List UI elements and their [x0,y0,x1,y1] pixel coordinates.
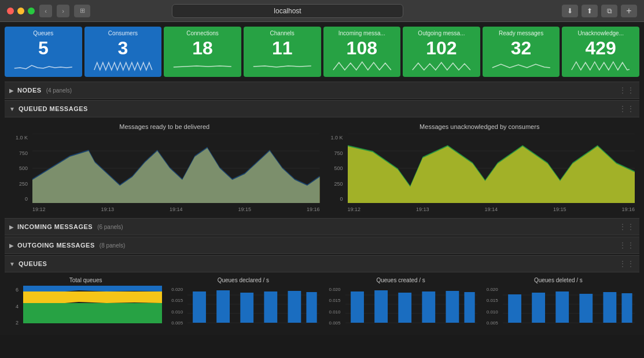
qdel-y020: 0.020 [487,287,498,292]
svg-marker-15 [23,291,162,304]
ready-y-label-250: 250 [19,181,28,187]
queued-messages-drag-handle: ⋮⋮ [619,104,635,113]
ready-y-label-0: 0 [25,196,28,202]
nodes-chevron-icon: ▶ [9,87,14,94]
unack-chart-svg [348,134,635,203]
svg-rect-41 [508,294,521,323]
qdel-y005: 0.005 [487,320,498,326]
channels-card[interactable]: Channels 11 [244,27,321,77]
connections-card[interactable]: Connections 18 [164,27,241,77]
outgoing-section-title: OUTGOING MESSAGES [17,242,95,249]
download-button[interactable]: ⬇ [562,5,578,17]
queues-card-title: Queues [9,30,78,36]
svg-rect-44 [579,294,593,323]
unacknowledged-card-value: 429 [566,39,635,57]
queues-created-svg [345,286,477,323]
channels-card-title: Channels [248,30,317,36]
consumers-card[interactable]: Consumers 3 [84,27,162,77]
outgoing-sparkline [407,60,476,71]
queues-drag-handle: ⋮⋮ [619,259,635,268]
plus-button[interactable]: + [621,5,637,17]
outgoing-card[interactable]: Outgoing messa... 102 [403,27,480,77]
unack-y-label-500: 500 [334,165,343,171]
url-text: localhost [274,7,301,15]
minimize-button[interactable] [17,8,24,14]
incoming-section-header[interactable]: ▶ INCOMING MESSAGES (6 panels) ⋮⋮ [5,218,639,235]
svg-marker-6 [32,147,320,203]
ready-card[interactable]: Ready messages 32 [483,27,560,77]
queues-charts-row: Total queues 6 4 2 [9,277,635,326]
nodes-drag-handle: ⋮⋮ [619,86,635,95]
unack-y-label-1k: 1.0 K [330,135,343,141]
incoming-card[interactable]: Incoming messa... 108 [323,27,401,77]
traffic-lights [7,8,35,14]
connections-sparkline [168,60,237,71]
svg-rect-21 [193,291,206,323]
qc-y010: 0.010 [329,309,340,315]
grid-view-button[interactable]: ⊞ [74,5,90,17]
channels-card-value: 11 [248,39,317,57]
maximize-button[interactable] [28,8,35,14]
unack-x-label-1916: 19:16 [621,206,635,212]
svg-rect-25 [288,291,301,323]
svg-rect-22 [216,290,230,323]
queues-created-title: Queues created / s [325,277,477,283]
qc-y015: 0.015 [329,298,340,303]
qd-y020: 0.020 [171,287,183,292]
svg-rect-32 [374,290,388,323]
queues-sparkline [9,60,78,71]
consumers-card-title: Consumers [89,30,157,36]
ready-x-label-1914: 19:14 [170,206,183,212]
svg-marker-13 [348,146,635,203]
window-button[interactable]: ⧉ [601,5,617,17]
ready-sparkline [487,60,555,71]
total-queues-svg [23,286,162,323]
unack-x-label-1912: 19:12 [348,206,361,212]
qdel-y015: 0.015 [487,298,498,303]
forward-button[interactable]: › [57,5,69,17]
ready-card-value: 32 [487,39,555,57]
svg-rect-35 [446,291,459,323]
queues-section-header[interactable]: ▼ QUEUES ⋮⋮ [5,255,639,272]
svg-rect-33 [398,293,411,323]
total-queues-chart: Total queues 6 4 2 [9,277,162,326]
queues-card-value: 5 [9,39,78,57]
queues-card[interactable]: Queues 5 [5,27,82,77]
incoming-card-value: 108 [328,39,396,57]
connections-card-value: 18 [168,39,237,57]
back-button[interactable]: ‹ [39,5,52,17]
unacknowledged-card-title: Unacknowledge... [566,30,635,36]
ready-x-label-1913: 19:13 [101,206,114,212]
queues-created-chart: Queues created / s 0.020 0.015 0.010 0.0… [325,277,477,326]
incoming-chevron-icon: ▶ [9,224,14,230]
incoming-drag-handle: ⋮⋮ [619,222,635,231]
share-button[interactable]: ⬆ [582,5,598,17]
svg-rect-36 [464,292,474,323]
ready-x-label-1915: 19:15 [238,206,251,212]
qd-y015: 0.015 [171,298,183,303]
close-button[interactable] [7,8,14,14]
outgoing-section-subtitle: (8 panels) [100,242,125,249]
svg-rect-34 [422,291,435,323]
unack-x-label-1913: 19:13 [416,206,429,212]
consumers-sparkline [89,60,157,71]
nodes-section-title: NODES [17,87,42,94]
queued-messages-section-header[interactable]: ▼ QUEUED MESSAGES ⋮⋮ [5,100,639,117]
queued-messages-chevron-icon: ▼ [9,106,15,112]
nodes-section-header[interactable]: ▶ NODES (4 panels) ⋮⋮ [5,82,639,99]
svg-rect-42 [532,293,545,323]
unacknowledged-sparkline [566,60,635,71]
outgoing-card-title: Outgoing messa... [407,30,476,36]
unacknowledged-card[interactable]: Unacknowledge... 429 [562,27,639,77]
tq-y4: 4 [16,304,19,309]
outgoing-section-header[interactable]: ▶ OUTGOING MESSAGES (8 panels) ⋮⋮ [5,237,639,254]
ready-card-title: Ready messages [487,30,555,36]
address-bar[interactable]: localhost [172,4,403,18]
queues-declared-chart: Queues declared / s 0.020 0.015 0.010 0.… [167,277,319,326]
queues-chevron-icon: ▼ [9,261,15,267]
unack-x-label-1914: 19:14 [484,206,498,212]
ready-y-label-750: 750 [19,150,28,156]
svg-rect-45 [603,292,616,323]
incoming-card-title: Incoming messa... [328,30,396,36]
incoming-section-title: INCOMING MESSAGES [17,223,93,230]
